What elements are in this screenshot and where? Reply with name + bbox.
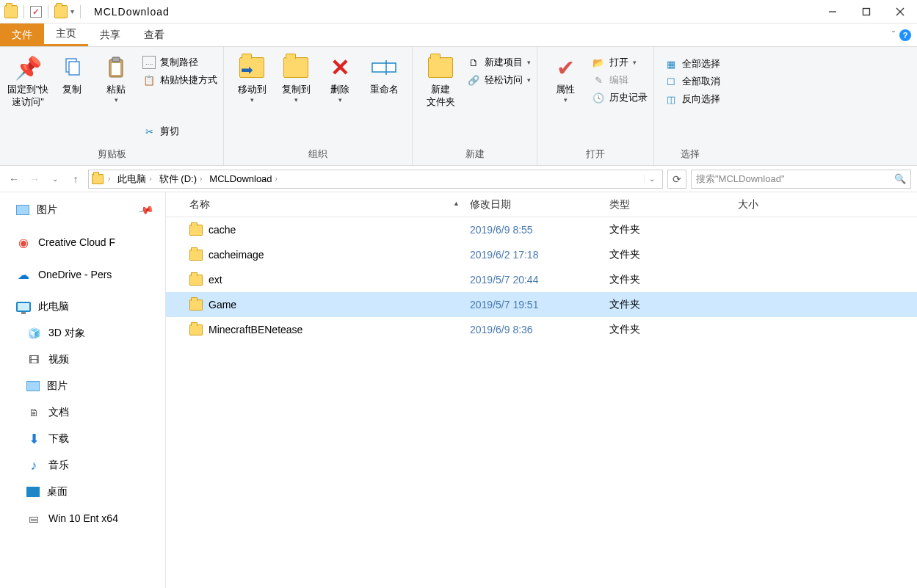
select-none-button[interactable]: ☐全部取消 — [664, 75, 720, 88]
new-folder-icon — [427, 54, 454, 81]
cut-button[interactable]: ✂剪切 — [142, 125, 217, 138]
address-dropdown-icon[interactable]: ⌄ — [644, 175, 659, 183]
move-to-button[interactable]: ➡ 移动到▾ — [230, 50, 274, 104]
group-label-select: 选择 — [681, 146, 700, 164]
delete-icon: ✕ — [327, 54, 353, 81]
help-icon[interactable]: ? — [899, 29, 911, 41]
copy-to-icon — [283, 54, 309, 81]
minimize-button[interactable] — [816, 0, 849, 23]
search-icon: 🔍 — [894, 173, 906, 184]
sidebar-item-3d-objects[interactable]: 🧊3D 对象 — [0, 320, 165, 346]
copy-path-button[interactable]: ….复制路径 — [142, 56, 217, 69]
address-bar[interactable]: › 此电脑› 软件 (D:)› MCLDownload› ⌄ — [88, 170, 663, 189]
new-item-icon: 🗋 — [467, 56, 480, 69]
folder-icon — [189, 250, 203, 261]
file-name: MinecraftBENetease — [209, 324, 302, 335]
back-button[interactable]: ← — [6, 171, 22, 187]
sidebar-item-documents[interactable]: 🗎文档 — [0, 399, 165, 426]
window-title: MCLDownload — [88, 6, 170, 18]
properties-button[interactable]: ✔ 属性▾ — [543, 50, 587, 104]
select-all-button[interactable]: ▦全部选择 — [664, 57, 720, 70]
svg-rect-8 — [112, 63, 120, 75]
sidebar-item-thispc[interactable]: 此电脑 — [0, 294, 165, 320]
desktop-icon — [26, 487, 40, 497]
sidebar-item-music[interactable]: ♪音乐 — [0, 452, 165, 479]
paste-shortcut-button[interactable]: 📋粘贴快捷方式 — [142, 73, 217, 87]
delete-button[interactable]: ✕ 删除▾ — [318, 50, 362, 104]
pin-to-quick-access-button[interactable]: 📌 固定到"快 速访问" — [6, 50, 50, 109]
folder-icon — [4, 5, 18, 18]
tab-home[interactable]: 主页 — [44, 23, 88, 46]
column-type[interactable]: 类型 — [599, 198, 728, 211]
pin-icon: 📌 — [15, 54, 41, 81]
file-name: Game — [209, 299, 236, 311]
copy-button[interactable]: 复制 — [50, 50, 94, 96]
address-bar-row: ← → ⌄ ↑ › 此电脑› 软件 (D:)› MCLDownload› ⌄ ⟳… — [0, 166, 917, 192]
pictures-icon — [16, 205, 29, 215]
copy-to-button[interactable]: 复制到▾ — [274, 50, 318, 104]
close-button[interactable] — [883, 0, 917, 23]
rename-icon — [371, 54, 397, 81]
group-label-clipboard: 剪贴板 — [98, 146, 126, 164]
tab-file[interactable]: 文件 — [0, 23, 44, 46]
copy-icon — [59, 54, 85, 81]
pin-icon: 📌 — [137, 202, 154, 218]
qat-dropdown-icon[interactable]: ▾ — [70, 7, 74, 15]
sidebar-item-pictures[interactable]: 图片 📌 — [0, 197, 165, 223]
breadcrumb-folder[interactable]: MCLDownload› — [206, 173, 280, 184]
tab-share[interactable]: 共享 — [88, 23, 132, 46]
sidebar-item-win10[interactable]: 🖴Win 10 Ent x64 — [0, 505, 165, 531]
column-size[interactable]: 大小 — [728, 198, 816, 211]
file-type: 文件夹 — [599, 298, 728, 311]
forward-button[interactable]: → — [26, 171, 43, 187]
up-button[interactable]: ↑ — [68, 171, 84, 187]
group-label-organize: 组织 — [308, 146, 327, 164]
properties-qat-icon[interactable]: ✓ — [30, 6, 42, 18]
file-row[interactable]: ext2019/5/7 20:44文件夹 — [166, 267, 917, 292]
downloads-icon: ⬇ — [26, 432, 41, 446]
new-item-button[interactable]: 🗋新建项目 ▾ — [467, 56, 531, 69]
file-row[interactable]: Game2019/5/7 19:51文件夹 — [166, 292, 917, 317]
history-button[interactable]: 🕓历史记录 — [592, 91, 648, 104]
svg-rect-5 — [69, 62, 79, 75]
search-input[interactable]: 搜索"MCLDownload" 🔍 — [691, 170, 911, 189]
file-date: 2019/5/7 19:51 — [460, 299, 599, 311]
sidebar-item-desktop[interactable]: 桌面 — [0, 479, 165, 505]
invert-selection-button[interactable]: ◫反向选择 — [664, 92, 720, 106]
folder-icon — [189, 275, 203, 286]
sidebar-item-pictures2[interactable]: 图片 — [0, 373, 165, 399]
video-icon: 🎞 — [26, 352, 41, 367]
open-button[interactable]: 📂打开 ▾ — [592, 56, 648, 69]
breadcrumb-thispc[interactable]: 此电脑› — [115, 173, 154, 186]
breadcrumb-drive[interactable]: 软件 (D:)› — [156, 173, 206, 186]
column-date[interactable]: 修改日期 — [460, 198, 599, 211]
cube-icon: 🧊 — [26, 326, 41, 341]
new-folder-button[interactable]: 新建 文件夹 — [418, 50, 463, 109]
edit-icon: ✎ — [592, 73, 605, 87]
title-bar: ✓ ▾ MCLDownload — [0, 0, 917, 23]
collapse-ribbon-icon[interactable]: ˇ — [892, 30, 895, 40]
sidebar-item-downloads[interactable]: ⬇下载 — [0, 426, 165, 452]
sidebar-item-onedrive[interactable]: ☁ OneDrive - Pers — [0, 261, 165, 288]
tab-view[interactable]: 查看 — [132, 23, 176, 46]
folder-icon — [54, 5, 68, 18]
refresh-button[interactable]: ⟳ — [667, 170, 686, 189]
maximize-button[interactable] — [849, 0, 883, 23]
sidebar-item-creative-cloud[interactable]: ◉ Creative Cloud F — [0, 229, 165, 255]
rename-button[interactable]: 重命名 — [362, 50, 406, 96]
file-row[interactable]: MinecraftBENetease2019/6/9 8:36文件夹 — [166, 317, 917, 342]
column-name[interactable]: 名称▲ — [166, 198, 460, 211]
edit-button[interactable]: ✎编辑 — [592, 73, 648, 87]
sidebar-item-videos[interactable]: 🎞视频 — [0, 346, 165, 373]
quick-access-toolbar: ✓ ▾ — [0, 5, 88, 18]
paste-button[interactable]: 粘贴 ▾ — [94, 50, 138, 104]
file-date: 2019/6/9 8:36 — [460, 324, 599, 335]
easy-access-button[interactable]: 🔗轻松访问 ▾ — [467, 73, 531, 87]
copy-path-icon: …. — [142, 56, 156, 69]
recent-locations-button[interactable]: ⌄ — [47, 171, 63, 187]
monitor-icon — [16, 300, 31, 314]
folder-icon — [189, 300, 203, 311]
file-row[interactable]: cache2019/6/9 8:55文件夹 — [166, 217, 917, 242]
file-row[interactable]: cacheimage2019/6/2 17:18文件夹 — [166, 242, 917, 267]
properties-icon: ✔ — [552, 54, 579, 81]
